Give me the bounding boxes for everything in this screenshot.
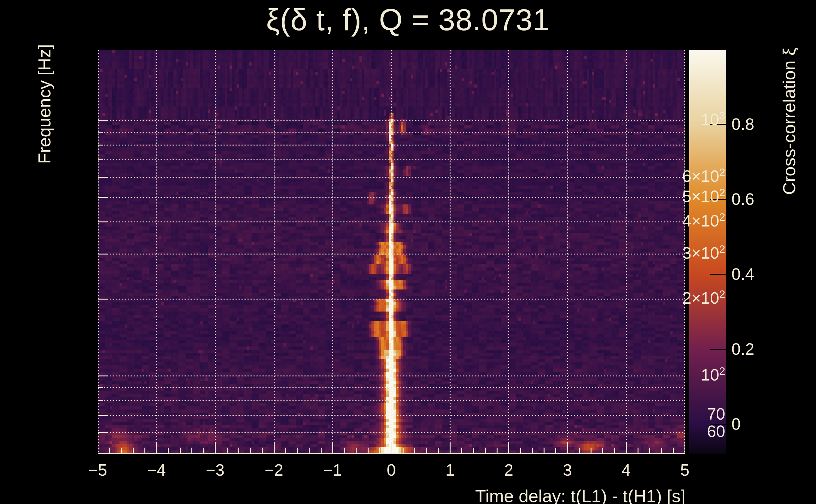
colorbar-title: Cross-correlation ξ bbox=[779, 48, 799, 195]
x-tick-label: −1 bbox=[323, 461, 342, 479]
y-tick-label: 103 bbox=[701, 110, 725, 129]
x-tick-label: 0 bbox=[387, 461, 396, 479]
colorbar-tick-label: 0 bbox=[732, 415, 741, 433]
chart-title: ξ(δ t, f), Q = 38.0731 bbox=[0, 3, 816, 37]
y-tick-label: 6×102 bbox=[682, 166, 725, 186]
colorbar-tick-label: 0.4 bbox=[732, 265, 754, 283]
spectrogram-heatmap bbox=[98, 50, 685, 454]
x-tick-label: 3 bbox=[563, 461, 572, 479]
x-tick-label: 5 bbox=[681, 461, 690, 479]
y-tick-label: 4×102 bbox=[682, 211, 725, 230]
y-tick-label: 102 bbox=[701, 365, 725, 384]
x-tick-label: 1 bbox=[445, 461, 455, 479]
y-axis-title: Frequency [Hz] bbox=[34, 44, 55, 164]
x-tick-label: −4 bbox=[147, 461, 166, 479]
colorbar-tick-label: 0.8 bbox=[732, 115, 754, 134]
colorbar-tick-label: 0.6 bbox=[732, 190, 754, 209]
y-tick-label: 70 bbox=[707, 404, 725, 423]
y-tick-label: 5×102 bbox=[682, 186, 725, 206]
x-tick-label: −5 bbox=[88, 461, 107, 479]
colorbar-tick-label: 0.2 bbox=[732, 340, 754, 358]
y-tick-label: 60 bbox=[707, 422, 725, 441]
figure-canvas: ξ(δ t, f), Q = 38.0731 Frequency [Hz] Ti… bbox=[0, 0, 816, 504]
y-tick-label: 3×102 bbox=[682, 243, 725, 262]
x-tick-label: −3 bbox=[206, 461, 225, 479]
x-tick-label: −2 bbox=[265, 461, 283, 479]
y-tick-label: 2×102 bbox=[682, 288, 725, 307]
x-tick-label: 2 bbox=[504, 461, 513, 479]
x-tick-label: 4 bbox=[622, 461, 631, 479]
x-axis-title: Time delay: t(L1) - t(H1) [s] bbox=[475, 486, 686, 504]
